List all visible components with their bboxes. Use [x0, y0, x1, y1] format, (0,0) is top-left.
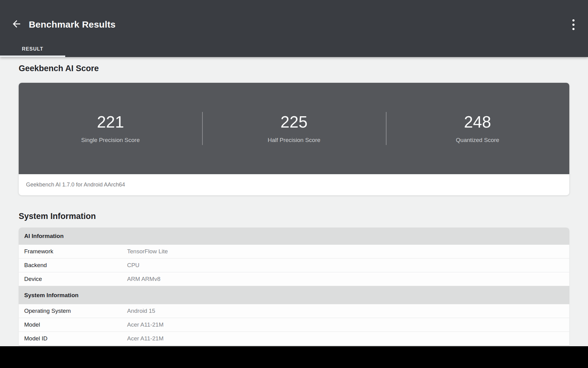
- table-group-header-ai: AI Information: [19, 228, 569, 245]
- tab-result-label: RESULT: [22, 46, 43, 52]
- score-card: 221 Single Precision Score 225 Half Prec…: [19, 83, 569, 195]
- overflow-menu-button[interactable]: [567, 18, 580, 31]
- app-bar-title-row: Benchmark Results: [0, 0, 588, 49]
- page-title: Benchmark Results: [29, 19, 116, 30]
- quantized-score-label: Quantized Score: [456, 137, 499, 144]
- kebab-menu-icon: [572, 19, 575, 21]
- arrow-left-icon: [11, 18, 22, 31]
- table-row: Operating System Android 15: [19, 304, 569, 318]
- row-label: Model ID: [19, 335, 127, 342]
- system-information-table: AI Information Framework TensorFlow Lite…: [19, 228, 569, 346]
- row-label: Device: [19, 276, 127, 282]
- half-precision-score-label: Half Precision Score: [268, 137, 320, 144]
- row-value: TensorFlow Lite: [127, 248, 168, 255]
- tab-bar: RESULT: [0, 41, 65, 57]
- table-row: Device ARM ARMv8: [19, 272, 569, 286]
- table-row: Framework TensorFlow Lite: [19, 245, 569, 259]
- row-label: Backend: [19, 262, 127, 269]
- score-section-heading: Geekbench AI Score: [19, 63, 99, 74]
- row-label: Model: [19, 321, 127, 328]
- benchmark-results-screen: Benchmark Results RESULT Geekbench AI Sc…: [0, 0, 588, 368]
- bottom-nav-bar[interactable]: [0, 346, 588, 368]
- single-precision-score-block: 221 Single Precision Score: [19, 83, 202, 174]
- row-value: Acer A11-21M: [127, 321, 164, 328]
- quantized-score-value: 248: [464, 114, 491, 130]
- table-row: Model ID Acer A11-21M: [19, 332, 569, 346]
- row-label: Framework: [19, 248, 127, 255]
- table-row: Backend CPU: [19, 259, 569, 272]
- app-bar: Benchmark Results RESULT: [0, 0, 588, 57]
- system-section-heading: System Information: [19, 211, 96, 221]
- score-panel: 221 Single Precision Score 225 Half Prec…: [19, 83, 569, 174]
- row-value: Acer A11-21M: [127, 335, 164, 342]
- row-label: Operating System: [19, 308, 127, 314]
- quantized-score-block: 248 Quantized Score: [386, 83, 569, 174]
- single-precision-score-value: 221: [97, 114, 124, 130]
- table-row: Model Acer A11-21M: [19, 318, 569, 332]
- row-value: CPU: [127, 262, 139, 269]
- tab-result[interactable]: RESULT: [0, 41, 65, 57]
- back-button[interactable]: [9, 17, 24, 32]
- half-precision-score-value: 225: [281, 114, 307, 130]
- half-precision-score-block: 225 Half Precision Score: [202, 83, 386, 174]
- benchmark-version-text: Geekbench AI 1.7.0 for Android AArch64: [19, 174, 569, 195]
- table-group-header-system: System Information: [19, 286, 569, 304]
- row-value: ARM ARMv8: [127, 276, 160, 282]
- row-value: Android 15: [127, 308, 155, 314]
- single-precision-score-label: Single Precision Score: [81, 137, 140, 144]
